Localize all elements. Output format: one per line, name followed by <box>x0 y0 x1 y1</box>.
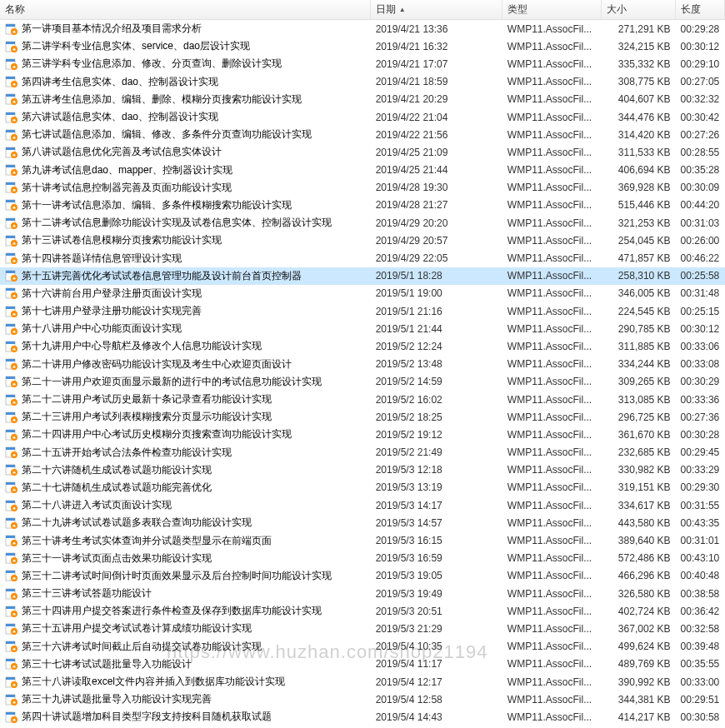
file-type-cell: WMP11.AssocFil... <box>502 552 602 564</box>
file-type-cell: WMP11.AssocFil... <box>502 517 602 529</box>
file-type-cell: WMP11.AssocFil... <box>502 535 602 546</box>
column-header-date[interactable]: 日期 ▲ <box>371 0 502 19</box>
file-type-cell: WMP11.AssocFil... <box>502 93 602 105</box>
file-row[interactable]: 第三十九讲试题批量导入功能设计实现完善2019/5/4 12:58WMP11.A… <box>0 691 725 708</box>
file-row[interactable]: 第二十一讲用户欢迎页面显示最新的进行中的考试信息功能设计实现2019/5/2 1… <box>0 373 725 391</box>
file-row[interactable]: 第二十五讲开始考试合法条件检查功能设计实现2019/5/2 21:49WMP11… <box>0 444 725 461</box>
file-name-text: 第七讲试题信息添加、编辑、修改、多条件分页查询功能设计实现 <box>22 127 312 142</box>
file-length-cell: 00:35:55 <box>676 658 725 670</box>
file-row[interactable]: 第三十三讲考试答题功能设计2019/5/3 19:49WMP11.AssocFi… <box>0 585 725 602</box>
file-row[interactable]: 第二十三讲用户考试列表模糊搜索分页显示功能设计实现2019/5/2 18:25W… <box>0 408 725 426</box>
file-date-cell: 2019/5/3 14:57 <box>371 517 502 529</box>
column-header-name[interactable]: 名称 <box>0 0 371 19</box>
column-header-size[interactable]: 大小 <box>602 0 676 19</box>
file-length-cell: 00:29:51 <box>676 694 725 706</box>
file-name-cell: 第二十三讲用户考试列表模糊搜索分页显示功能设计实现 <box>0 410 371 424</box>
file-row[interactable]: 第三十五讲用户提交考试试卷计算成绩功能设计实现2019/5/3 21:29WMP… <box>0 620 725 637</box>
file-row[interactable]: 第一讲项目基本情况介绍及项目需求分析2019/4/21 13:36WMP11.A… <box>0 20 725 37</box>
file-name-cell: 第十六讲前台用户登录注册页面设计实现 <box>0 287 371 301</box>
file-row[interactable]: 第二十七讲随机生成试卷试题功能完善优化2019/5/3 13:19WMP11.A… <box>0 479 725 496</box>
column-header-type[interactable]: 类型 <box>502 0 602 19</box>
file-row[interactable]: 第十讲考试信息控制器完善及页面功能设计实现2019/4/28 19:30WMP1… <box>0 179 725 197</box>
file-length-cell: 00:30:28 <box>676 429 725 441</box>
file-type-cell: WMP11.AssocFil... <box>502 358 602 370</box>
file-size-cell: 309,265 KB <box>602 376 676 387</box>
video-file-icon <box>5 693 18 706</box>
file-row[interactable]: 第十三讲试卷信息模糊分页搜索功能设计实现2019/4/29 20:57WMP11… <box>0 232 725 249</box>
file-length-cell: 00:25:58 <box>676 270 725 282</box>
file-size-cell: 314,420 KB <box>602 129 676 141</box>
file-length-cell: 00:27:36 <box>676 411 725 423</box>
file-type-cell: WMP11.AssocFil... <box>502 711 602 723</box>
file-type-cell: WMP11.AssocFil... <box>502 411 602 423</box>
video-file-icon <box>5 111 18 124</box>
file-type-cell: WMP11.AssocFil... <box>502 481 602 493</box>
video-file-icon <box>5 269 18 282</box>
file-row[interactable]: 第十一讲考试信息添加、编辑、多条件模糊搜索功能设计实现2019/4/28 21:… <box>0 197 725 214</box>
file-date-cell: 2019/5/3 21:29 <box>371 623 502 635</box>
file-row[interactable]: 第二讲学科专业信息实体、service、dao层设计实现2019/4/21 16… <box>0 37 725 55</box>
file-length-cell: 00:43:35 <box>676 517 725 529</box>
file-name-text: 第八讲试题信息优化完善及考试信息实体设计 <box>22 145 222 159</box>
file-row[interactable]: 第二十二讲用户考试历史最新十条记录查看功能设计实现2019/5/2 16:02W… <box>0 391 725 408</box>
file-row[interactable]: 第十七讲用户登录注册功能设计实现完善2019/5/1 21:16WMP11.As… <box>0 302 725 320</box>
file-row[interactable]: 第八讲试题信息优化完善及考试信息实体设计2019/4/25 21:09WMP11… <box>0 143 725 161</box>
file-row[interactable]: 第三十一讲考试页面点击效果功能设计实现2019/5/3 16:59WMP11.A… <box>0 550 725 567</box>
file-name-cell: 第三十六讲考试时间截止后自动提交试卷功能设计实现 <box>0 640 371 654</box>
file-size-cell: 443,580 KB <box>602 517 676 529</box>
file-name-cell: 第二十四讲用户中心考试历史模糊分页搜索查询功能设计实现 <box>0 427 371 441</box>
column-header-length[interactable]: 长度 <box>676 0 725 19</box>
file-row[interactable]: 第十五讲完善优化考试试卷信息管理功能及设计前台首页控制器2019/5/1 18:… <box>0 267 725 285</box>
file-row[interactable]: 第六讲试题信息实体、dao、控制器设计实现2019/4/22 21:04WMP1… <box>0 108 725 126</box>
video-file-icon <box>5 40 18 53</box>
file-row[interactable]: 第十四讲答题详情信息管理设计实现2019/4/29 22:05WMP11.Ass… <box>0 249 725 267</box>
file-name-text: 第三十七讲考试试题批量导入功能设计 <box>22 657 192 671</box>
file-row[interactable]: 第二十九讲考试试卷试题多表联合查询功能设计实现2019/5/3 14:57WMP… <box>0 514 725 531</box>
file-row[interactable]: 第二十四讲用户中心考试历史模糊分页搜索查询功能设计实现2019/5/2 19:1… <box>0 426 725 443</box>
svg-rect-112 <box>6 677 15 680</box>
file-row[interactable]: 第十九讲用户中心导航栏及修改个人信息功能设计实现2019/5/2 12:24WM… <box>0 337 725 355</box>
file-date-cell: 2019/5/2 13:48 <box>371 358 502 370</box>
file-date-cell: 2019/4/29 22:05 <box>371 252 502 264</box>
file-size-cell: 311,533 KB <box>602 147 676 158</box>
file-row[interactable]: 第四十讲试题增加科目类型字段支持按科目随机获取试题2019/5/4 14:43W… <box>0 708 725 726</box>
file-type-cell: WMP11.AssocFil... <box>502 394 602 406</box>
file-row[interactable]: 第三十四讲用户提交答案进行条件检查及保存到数据库功能设计实现2019/5/3 2… <box>0 602 725 620</box>
file-size-cell: 406,694 KB <box>602 164 676 176</box>
file-row[interactable]: 第二十六讲随机生成试卷试题功能设计实现2019/5/3 12:18WMP11.A… <box>0 461 725 479</box>
file-row[interactable]: 第三十讲考生考试实体查询并分试题类型显示在前端页面2019/5/3 16:15W… <box>0 531 725 549</box>
video-file-icon <box>5 181 18 194</box>
video-file-icon <box>5 551 18 565</box>
file-name-text: 第二十五讲开始考试合法条件检查功能设计实现 <box>22 446 232 460</box>
file-row[interactable]: 第三十六讲考试时间截止后自动提交试卷功能设计实现2019/5/4 10:35WM… <box>0 638 725 656</box>
file-row[interactable]: 第九讲考试信息dao、mapper、控制器设计实现2019/4/25 21:44… <box>0 162 725 179</box>
file-size-cell: 290,785 KB <box>602 323 676 335</box>
file-size-cell: 367,002 KB <box>602 623 676 635</box>
file-row[interactable]: 第二十讲用户修改密码功能设计实现及考生中心欢迎页面设计2019/5/2 13:4… <box>0 356 725 373</box>
file-row[interactable]: 第三讲学科专业信息添加、修改、分页查询、删除设计实现2019/4/21 17:0… <box>0 55 725 72</box>
file-size-cell: 254,045 KB <box>602 235 676 247</box>
file-name-cell: 第三十三讲考试答题功能设计 <box>0 586 371 601</box>
file-row[interactable]: 第七讲试题信息添加、编辑、修改、多条件分页查询功能设计实现2019/4/22 2… <box>0 126 725 143</box>
file-name-text: 第二十七讲随机生成试卷试题功能完善优化 <box>22 481 212 495</box>
file-row[interactable]: 第十二讲考试信息删除功能设计实现及试卷信息实体、控制器设计实现2019/4/29… <box>0 214 725 232</box>
file-type-cell: WMP11.AssocFil... <box>502 376 602 387</box>
file-row[interactable]: 第十六讲前台用户登录注册页面设计实现2019/5/1 19:00WMP11.As… <box>0 285 725 302</box>
file-length-cell: 00:30:29 <box>676 376 725 387</box>
file-name-text: 第十三讲试卷信息模糊分页搜索功能设计实现 <box>22 233 222 247</box>
file-size-cell: 330,982 KB <box>602 464 676 476</box>
svg-rect-13 <box>6 94 15 97</box>
file-name-text: 第四讲考生信息实体、dao、控制器设计实现 <box>22 75 218 89</box>
file-name-text: 第十九讲用户中心导航栏及修改个人信息功能设计实现 <box>22 339 262 353</box>
file-type-cell: WMP11.AssocFil... <box>502 641 602 652</box>
file-row[interactable]: 第三十七讲考试试题批量导入功能设计2019/5/4 11:17WMP11.Ass… <box>0 656 725 673</box>
file-row[interactable]: 第三十八讲读取excel文件内容并插入到数据库功能设计实现2019/5/4 12… <box>0 673 725 691</box>
file-row[interactable]: 第二十八讲进入考试页面设计实现2019/5/3 14:17WMP11.Assoc… <box>0 496 725 514</box>
file-row[interactable]: 第三十二讲考试时间倒计时页面效果显示及后台控制时间功能设计实现2019/5/3 … <box>0 567 725 585</box>
file-row[interactable]: 第四讲考生信息实体、dao、控制器设计实现2019/4/21 18:59WMP1… <box>0 73 725 91</box>
file-date-cell: 2019/4/29 20:57 <box>371 235 502 247</box>
file-type-cell: WMP11.AssocFil... <box>502 676 602 688</box>
file-row[interactable]: 第五讲考生信息添加、编辑、删除、模糊分页搜索功能设计实现2019/4/21 20… <box>0 91 725 108</box>
file-length-cell: 00:29:10 <box>676 58 725 70</box>
file-row[interactable]: 第十八讲用户中心功能页面设计实现2019/5/1 21:44WMP11.Asso… <box>0 320 725 337</box>
